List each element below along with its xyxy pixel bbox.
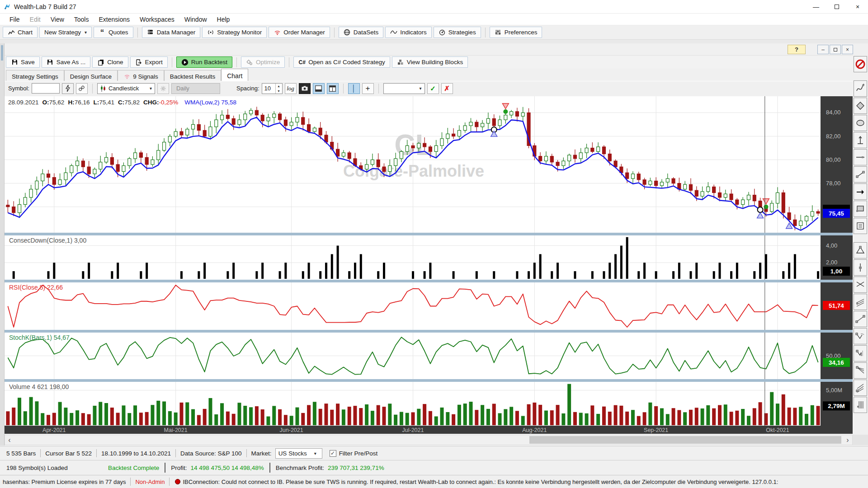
tab-signals[interactable]: 9 Signals <box>118 70 164 81</box>
main-toolbar: Chart New Strategy▾ “ Quotes Data Manage… <box>0 25 868 39</box>
menu-extensions[interactable]: Extensions <box>94 14 134 24</box>
pane-splitter[interactable] <box>5 379 853 382</box>
ellipse-tool-button[interactable] <box>854 115 867 131</box>
chart-style-select[interactable]: Candlestick▾ <box>97 83 155 94</box>
hline-tool-button[interactable] <box>854 149 867 165</box>
fan-tool-button[interactable] <box>854 362 867 379</box>
close-button[interactable]: × <box>847 0 868 14</box>
quotes-button[interactable]: “ Quotes <box>94 27 133 38</box>
symbol-input[interactable] <box>32 83 60 94</box>
strategies-button[interactable]: Strategies <box>434 27 481 38</box>
scrollbar-thumb[interactable] <box>529 436 841 444</box>
chart-toolbar: Symbol: Candlestick▾ Daily Spacing: 10 ▲… <box>5 81 868 95</box>
help-button[interactable]: ? <box>788 45 806 54</box>
order-manager-button[interactable]: Order Manager <box>269 27 330 38</box>
data-manager-button[interactable]: Data Manager <box>142 27 201 38</box>
doc-close-button[interactable]: × <box>842 45 853 54</box>
toolbar-separator <box>236 57 237 67</box>
benchmark-label: Benchmark Profit: <box>276 465 324 471</box>
save-icon <box>11 59 18 66</box>
time-grid-tool-button[interactable] <box>854 397 867 413</box>
tab-strategy-settings[interactable]: Strategy Settings <box>6 70 64 81</box>
diamond-tool-button[interactable] <box>854 98 867 114</box>
multi-pane-button[interactable] <box>327 83 339 94</box>
chart-button[interactable]: Chart <box>3 27 38 38</box>
preferences-button[interactable]: Preferences <box>490 27 542 38</box>
log-scale-button[interactable]: log <box>285 83 297 94</box>
strategy-monitor-button[interactable]: Strategy Monitor <box>202 27 267 38</box>
menu-workspaces[interactable]: Workspaces <box>135 14 179 24</box>
tab-backtest-results[interactable]: Backtest Results <box>164 70 222 81</box>
chart-scrollbar[interactable]: ‹ › <box>5 435 853 445</box>
clone-button[interactable]: Clone <box>92 56 128 68</box>
apply-button[interactable]: ✓ <box>427 83 439 94</box>
left-splitter[interactable] <box>0 43 5 446</box>
minimize-button[interactable]: — <box>806 0 826 14</box>
save-as-icon <box>47 59 54 66</box>
link-button[interactable] <box>76 83 88 94</box>
menu-view[interactable]: View <box>46 14 69 24</box>
segment-tool-button[interactable] <box>854 166 867 183</box>
hatch-tool-button[interactable] <box>854 294 867 310</box>
save-as-button[interactable]: Save As ... <box>42 56 91 68</box>
svg-text:Apr-2021: Apr-2021 <box>42 427 66 433</box>
chevron-down-icon: ▾ <box>85 30 87 35</box>
indicators-button[interactable]: Indicators <box>385 27 432 38</box>
polyline-tool-button[interactable] <box>854 345 867 361</box>
tab-chart[interactable]: Chart <box>221 69 248 81</box>
view-building-blocks-button[interactable]: View Building Blocks <box>392 56 468 68</box>
spacing-stepper[interactable]: 10 ▲▼ <box>262 83 283 94</box>
svg-text:RSI(Close,5) 22,66: RSI(Close,5) 22,66 <box>9 284 63 291</box>
new-strategy-button[interactable]: New Strategy▾ <box>39 27 92 38</box>
svg-text:78,00: 78,00 <box>826 180 841 187</box>
annotation-select[interactable]: ▾ <box>383 83 425 94</box>
cancel-button[interactable]: ✗ <box>441 83 453 94</box>
filter-prepost-checkbox[interactable]: ✓ <box>330 450 336 457</box>
vline-tool-button[interactable] <box>854 132 867 148</box>
doc-minimize-button[interactable]: – <box>817 45 829 54</box>
menu-tools[interactable]: Tools <box>69 14 94 24</box>
exit-circle-marker <box>758 207 763 212</box>
curve-tool-button[interactable] <box>854 80 867 97</box>
harmonic-tool-button[interactable] <box>854 328 867 344</box>
arrow-tool-button[interactable] <box>854 183 867 200</box>
cursor-line-button[interactable]: │ <box>348 83 360 94</box>
scroll-right-icon[interactable]: › <box>843 435 852 445</box>
rectangle-tool-button[interactable] <box>854 201 867 217</box>
cross-lines-tool-button[interactable] <box>854 277 867 293</box>
admin-status: Non-Admin <box>135 479 165 485</box>
vslider-tool-button[interactable] <box>854 259 867 276</box>
doc-maximize-button[interactable] <box>830 45 841 54</box>
channel-tool-button[interactable] <box>854 380 867 396</box>
export-button[interactable]: Export <box>130 56 168 68</box>
market-select[interactable]: US Stocks▾ <box>275 448 322 459</box>
no-entry-tool-button[interactable] <box>854 56 867 72</box>
maximize-button[interactable] <box>826 0 847 14</box>
screenshot-button[interactable] <box>299 83 311 94</box>
panes-layout-button[interactable] <box>313 83 325 94</box>
menu-bar: File Edit View Tools Extensions Workspac… <box>0 14 868 25</box>
pane-splitter[interactable] <box>5 330 853 333</box>
sliders-icon <box>495 29 502 36</box>
pane-splitter[interactable] <box>5 280 853 282</box>
save-button[interactable]: Save <box>6 56 40 68</box>
open-csharp-button[interactable]: C# Open as C# Coded Strategy <box>293 56 390 68</box>
stream-button[interactable] <box>62 83 74 94</box>
wave-icon <box>390 29 397 36</box>
chart-canvas[interactable]: CLColgate-Palmolive28.09.2021O:75,62H:76… <box>5 96 853 434</box>
crosshair-button[interactable]: + <box>362 83 374 94</box>
menu-edit: Edit <box>25 14 46 24</box>
tab-design-surface[interactable]: Design Surface <box>64 70 118 81</box>
data-source: Data Source: S&P 100 <box>180 450 242 457</box>
trendline-tool-button[interactable] <box>854 311 867 327</box>
scroll-left-icon[interactable]: ‹ <box>5 435 14 445</box>
menu-help[interactable]: Help <box>212 14 235 24</box>
pane-splitter[interactable] <box>5 233 853 235</box>
svg-text:82,00: 82,00 <box>826 133 841 140</box>
menu-window[interactable]: Window <box>179 14 212 24</box>
datasets-button[interactable]: DataSets <box>339 27 384 38</box>
run-backtest-button[interactable]: Run Backtest <box>176 56 232 68</box>
triangle-tool-button[interactable] <box>854 242 867 258</box>
note-tool-button[interactable] <box>854 218 867 234</box>
menu-file[interactable]: File <box>5 14 25 24</box>
